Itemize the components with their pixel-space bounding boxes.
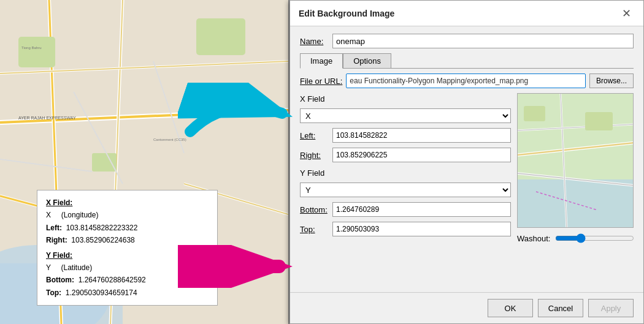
close-button[interactable]: ✕ — [618, 7, 635, 20]
right-label: Right: — [46, 236, 67, 244]
right-label: Right: — [300, 151, 328, 160]
left-value: 103.81458282223322 — [66, 224, 138, 232]
x-field-value: (Longitude) — [61, 211, 99, 219]
top-value-info: 1.2905030934659174 — [66, 288, 137, 297]
svg-rect-29 — [518, 179, 634, 228]
content-area: X Field X Left: Right: Y Field Y — [300, 93, 634, 285]
y-field-label: Y Field — [300, 168, 511, 178]
svg-rect-39 — [585, 112, 613, 130]
washout-row: Washout: — [517, 233, 634, 244]
bottom-label: Bottom: — [300, 205, 328, 214]
x-field-select[interactable]: X — [300, 108, 511, 123]
svg-text:Tiong Bahru: Tiong Bahru — [21, 46, 41, 50]
washout-label: Washout: — [517, 234, 550, 243]
y-field-heading: Y Field: — [46, 251, 72, 260]
dialog-titlebar: Edit Background Image ✕ — [290, 1, 643, 26]
top-label: Top: — [300, 225, 328, 234]
cancel-button[interactable]: Cancel — [538, 299, 583, 317]
name-input[interactable] — [332, 34, 634, 48]
right-value: 103.852906224638 — [71, 236, 134, 244]
dialog-title: Edit Background Image — [299, 9, 394, 18]
file-label: File or URL: — [300, 77, 342, 86]
left-column: X Field X Left: Right: Y Field Y — [300, 93, 511, 285]
right-column: Washout: — [517, 93, 634, 285]
x-field-label: X — [46, 211, 51, 219]
x-field-heading: X Field: — [46, 198, 72, 207]
left-input[interactable] — [332, 128, 511, 143]
x-field-label: X Field — [300, 94, 511, 104]
right-input[interactable] — [332, 148, 511, 162]
bottom-input[interactable] — [332, 202, 511, 217]
tabs: Image Options — [300, 53, 634, 69]
top-input[interactable] — [332, 222, 511, 236]
svg-rect-15 — [18, 37, 55, 67]
file-input[interactable] — [346, 73, 586, 88]
tab-image[interactable]: Image — [300, 53, 343, 69]
y-field-label: Y — [46, 263, 51, 272]
y-field-select[interactable]: Y — [300, 183, 511, 197]
map-preview — [517, 93, 634, 228]
dialog-body: Name: Image Options File or URL: Browse.… — [290, 26, 643, 292]
bottom-value-info: 1.264760288642592 — [79, 276, 146, 284]
tab-options[interactable]: Options — [343, 53, 391, 68]
washout-slider[interactable] — [555, 233, 634, 244]
top-row: Top: — [300, 222, 511, 236]
svg-rect-16 — [196, 18, 245, 55]
edit-background-dialog: Edit Background Image ✕ Name: Image Opti… — [289, 0, 644, 324]
apply-button[interactable]: Apply — [588, 299, 634, 317]
svg-rect-38 — [524, 106, 545, 121]
svg-text:AYER RAJAH EXPRESSWAY: AYER RAJAH EXPRESSWAY — [18, 116, 76, 120]
dialog-footer: OK Cancel Apply — [290, 292, 643, 323]
left-label: Left: — [46, 224, 62, 232]
right-row: Right: — [300, 148, 511, 162]
left-row: Left: — [300, 128, 511, 143]
svg-rect-17 — [92, 153, 117, 171]
cyan-arrow — [178, 83, 301, 144]
y-field-value: (Latitude) — [61, 263, 92, 272]
magenta-arrow — [178, 245, 301, 288]
browse-button[interactable]: Browse... — [589, 73, 634, 88]
top-label-info: Top: — [46, 288, 61, 297]
bottom-row: Bottom: — [300, 202, 511, 217]
name-row: Name: — [300, 34, 634, 48]
name-label: Name: — [300, 37, 328, 46]
bottom-label-info: Bottom: — [46, 276, 74, 284]
file-row: File or URL: Browse... — [300, 73, 634, 88]
left-label: Left: — [300, 131, 328, 140]
ok-button[interactable]: OK — [488, 299, 533, 317]
